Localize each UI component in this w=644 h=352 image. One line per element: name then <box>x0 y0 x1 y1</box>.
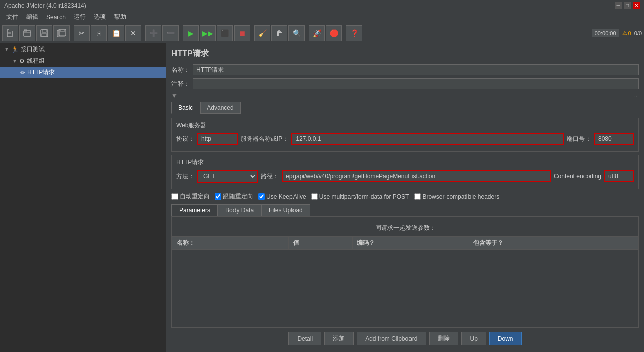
warn-count: 0 <box>628 30 631 36</box>
copy-button[interactable]: ⎘ <box>91 25 107 41</box>
tree-root[interactable]: ▼ 🏃 接口测试 <box>0 43 166 55</box>
params-send-msg: 同请求一起发送参数： <box>172 220 638 236</box>
svg-rect-0 <box>7 30 12 37</box>
web-server-row: 协议： 服务器名称或IP： 端口号： <box>176 133 634 145</box>
save-button[interactable] <box>36 25 52 41</box>
keep-alive-text: Use KeepAlive <box>266 193 306 200</box>
warn-icon: ⚠ <box>622 30 627 36</box>
tree-http-request[interactable]: ✏ HTTP请求 <box>0 67 166 78</box>
stop-button[interactable]: ⬛ <box>217 25 233 41</box>
method-select[interactable]: GET POST PUT DELETE HEAD <box>197 170 258 183</box>
tab-advanced[interactable]: Advanced <box>200 102 240 114</box>
clear-button[interactable]: 🧹 <box>254 25 270 41</box>
delete-param-button[interactable]: 删除 <box>429 332 458 345</box>
encoding-label: Content encoding <box>554 173 601 180</box>
error-indicator: 0/0 <box>634 30 642 36</box>
col-name-header: 名称： <box>172 237 289 250</box>
keep-alive-checkbox[interactable] <box>258 193 265 200</box>
tab-parameters[interactable]: Parameters <box>171 204 218 216</box>
remove-button[interactable]: ➖ <box>162 25 179 41</box>
start-no-pause-button[interactable]: ▶▶ <box>200 25 216 41</box>
down-button[interactable]: Down <box>489 332 522 345</box>
method-label: 方法： <box>176 172 194 181</box>
menu-help[interactable]: 帮助 <box>110 12 130 22</box>
browser-headers-text: Browser-compatible headers <box>422 193 499 200</box>
web-server-section: Web服务器 协议： 服务器名称或IP： 端口号： <box>171 118 639 152</box>
add-clipboard-button[interactable]: Add from Clipboard <box>357 332 426 345</box>
browse-button[interactable]: 🔍 <box>288 25 305 41</box>
timer-display: 00:00:00 <box>592 29 619 37</box>
port-label: 端口号： <box>567 135 591 143</box>
maximize-button[interactable]: □ <box>624 2 631 9</box>
tab-basic[interactable]: Basic <box>171 102 199 114</box>
collapse-arrow[interactable]: ▼ <box>171 92 178 99</box>
comment-input[interactable] <box>193 78 639 89</box>
clear-all-button[interactable]: 🗑 <box>271 25 287 41</box>
close-button[interactable]: ✕ <box>633 2 640 9</box>
help-button[interactable]: ❓ <box>346 25 362 41</box>
server-input[interactable] <box>291 133 564 145</box>
remote-start-button[interactable]: 🚀 <box>309 25 325 41</box>
multipart-label[interactable]: Use multipart/form-data for POST <box>311 193 409 200</box>
main-layout: ▼ 🏃 接口测试 ▼ ⚙ 线程组 ✏ HTTP请求 HTTP请求 名称： 注释： <box>0 43 644 352</box>
menu-search[interactable]: Search <box>42 13 70 22</box>
new-button[interactable] <box>2 25 18 41</box>
tree-thread-group[interactable]: ▼ ⚙ 线程组 <box>0 55 166 67</box>
tab-body-data[interactable]: Body Data <box>218 204 261 216</box>
titlebar-controls: ─ □ ✕ <box>615 2 640 9</box>
main-tab-bar: Basic Advanced <box>171 102 639 114</box>
web-server-title: Web服务器 <box>176 121 634 130</box>
thread-icon: ⚙ <box>19 58 25 65</box>
params-content: 同请求一起发送参数： 名称： 值 编码？ 包含等于？ <box>171 217 639 328</box>
add-button[interactable]: ➕ <box>145 25 161 41</box>
multipart-checkbox[interactable] <box>311 193 318 200</box>
protocol-input[interactable] <box>197 133 238 145</box>
path-label: 路径： <box>261 172 279 181</box>
browser-headers-checkbox[interactable] <box>414 193 421 200</box>
keep-alive-label[interactable]: Use KeepAlive <box>258 193 306 200</box>
remote-stop-button[interactable]: 🛑 <box>326 25 342 41</box>
params-table: 名称： 值 编码？ 包含等于？ <box>172 236 638 250</box>
follow-redirect-label[interactable]: 跟随重定向 <box>215 192 253 201</box>
col-include-header: 包含等于？ <box>469 237 638 250</box>
warn-indicator: ⚠ 0 <box>622 30 631 36</box>
path-input[interactable] <box>282 170 551 182</box>
tree-root-arrow: ▼ <box>4 46 9 52</box>
up-button[interactable]: Up <box>461 332 486 345</box>
svg-rect-8 <box>42 34 47 36</box>
encoding-input[interactable] <box>604 170 634 182</box>
titlebar: Apache JMeter (4.0 r1823414) ─ □ ✕ <box>0 0 644 11</box>
cut-button[interactable]: ✂ <box>74 25 90 41</box>
tree-http-label: HTTP请求 <box>27 68 55 77</box>
start-button[interactable]: ▶ <box>183 25 199 41</box>
http-request-title: HTTP请求 <box>176 158 634 167</box>
port-input[interactable] <box>594 133 634 145</box>
follow-redirect-checkbox[interactable] <box>215 193 221 200</box>
saveall-button[interactable] <box>53 25 70 41</box>
params-tab-bar: Parameters Body Data Files Upload <box>171 204 639 217</box>
delete-button[interactable]: ✕ <box>125 25 141 41</box>
auto-redirect-checkbox[interactable] <box>171 193 178 200</box>
menu-edit[interactable]: 编辑 <box>22 12 42 22</box>
menu-file[interactable]: 文件 <box>2 12 22 22</box>
content-area: HTTP请求 名称： 注释： ▼ ··· Basic Advanced Web服… <box>166 43 644 352</box>
browser-headers-label[interactable]: Browser-compatible headers <box>414 193 499 200</box>
tree-thread-label: 线程组 <box>27 57 45 65</box>
svg-rect-1 <box>9 29 13 31</box>
shutdown-button[interactable]: ⏹ <box>234 25 250 41</box>
server-label: 服务器名称或IP： <box>241 135 288 143</box>
detail-button[interactable]: Detail <box>288 332 321 345</box>
menu-options[interactable]: 选项 <box>90 12 110 22</box>
checkbox-row: 自动重定向 跟随重定向 Use KeepAlive Use multipart/… <box>171 192 639 201</box>
name-input[interactable] <box>193 64 639 75</box>
root-icon: 🏃 <box>11 46 19 53</box>
minimize-button[interactable]: ─ <box>615 2 622 9</box>
add-param-button[interactable]: 添加 <box>324 332 354 345</box>
follow-redirect-text: 跟随重定向 <box>223 192 253 201</box>
tab-files-upload[interactable]: Files Upload <box>261 204 310 216</box>
paste-button[interactable]: 📋 <box>108 25 124 41</box>
menu-run[interactable]: 运行 <box>70 12 90 22</box>
menubar: 文件 编辑 Search 运行 选项 帮助 <box>0 11 644 23</box>
auto-redirect-label[interactable]: 自动重定向 <box>171 192 210 201</box>
open-button[interactable] <box>19 25 35 41</box>
